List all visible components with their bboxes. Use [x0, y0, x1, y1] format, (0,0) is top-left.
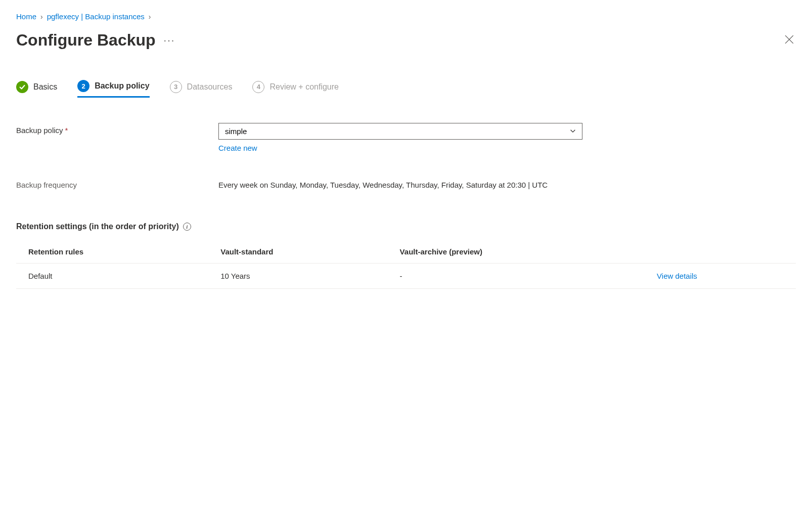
retention-table: Retention rules Vault-standard Vault-arc…	[16, 241, 796, 289]
page-title: Configure Backup	[16, 31, 156, 50]
wizard-step-basics[interactable]: Basics	[16, 81, 57, 97]
backup-policy-select[interactable]	[218, 123, 582, 140]
backup-policy-label: Backup policy*	[16, 123, 218, 135]
wizard-step-label: Review + configure	[269, 82, 339, 92]
close-button[interactable]	[783, 33, 796, 48]
more-icon[interactable]: ···	[164, 34, 175, 46]
step-number-icon: 2	[77, 80, 89, 92]
wizard-step-backup-policy[interactable]: 2 Backup policy	[77, 80, 149, 98]
page-header: Configure Backup ···	[16, 31, 796, 50]
retention-archive-value: -	[392, 263, 649, 288]
retention-standard-value: 10 Years	[212, 263, 391, 288]
step-number-icon: 3	[170, 81, 182, 93]
backup-frequency-value: Every week on Sunday, Monday, Tuesday, W…	[218, 178, 582, 192]
view-details-link[interactable]: View details	[657, 272, 697, 280]
breadcrumb: Home › pgflexecy | Backup instances ›	[16, 12, 796, 21]
form-row-backup-frequency: Backup frequency Every week on Sunday, M…	[16, 178, 796, 192]
info-icon[interactable]: i	[183, 223, 191, 231]
table-row: Default 10 Years - View details	[16, 263, 796, 288]
wizard-step-datasources[interactable]: 3 Datasources	[170, 81, 233, 97]
required-indicator: *	[65, 126, 68, 135]
column-header-archive: Vault-archive (preview)	[392, 241, 649, 264]
column-header-action	[649, 241, 796, 264]
column-header-standard: Vault-standard	[212, 241, 391, 264]
close-icon	[785, 35, 794, 44]
check-icon	[16, 81, 28, 93]
breadcrumb-link-instances[interactable]: pgflexecy | Backup instances	[47, 12, 145, 21]
wizard-step-label: Basics	[33, 82, 57, 92]
wizard-step-review[interactable]: 4 Review + configure	[252, 81, 339, 97]
wizard-step-label: Backup policy	[95, 81, 149, 91]
backup-frequency-label: Backup frequency	[16, 178, 218, 189]
retention-settings-heading: Retention settings (in the order of prio…	[16, 222, 796, 231]
create-new-link[interactable]: Create new	[218, 144, 257, 152]
wizard-step-label: Datasources	[187, 82, 233, 92]
breadcrumb-link-home[interactable]: Home	[16, 12, 36, 21]
step-number-icon: 4	[252, 81, 264, 93]
form-row-backup-policy: Backup policy* Create new	[16, 123, 796, 152]
column-header-rules: Retention rules	[16, 241, 212, 264]
chevron-right-icon: ›	[149, 13, 151, 21]
wizard-steps: Basics 2 Backup policy 3 Datasources 4 R…	[16, 80, 796, 98]
retention-rule-name: Default	[16, 263, 212, 288]
chevron-right-icon: ›	[40, 13, 43, 21]
